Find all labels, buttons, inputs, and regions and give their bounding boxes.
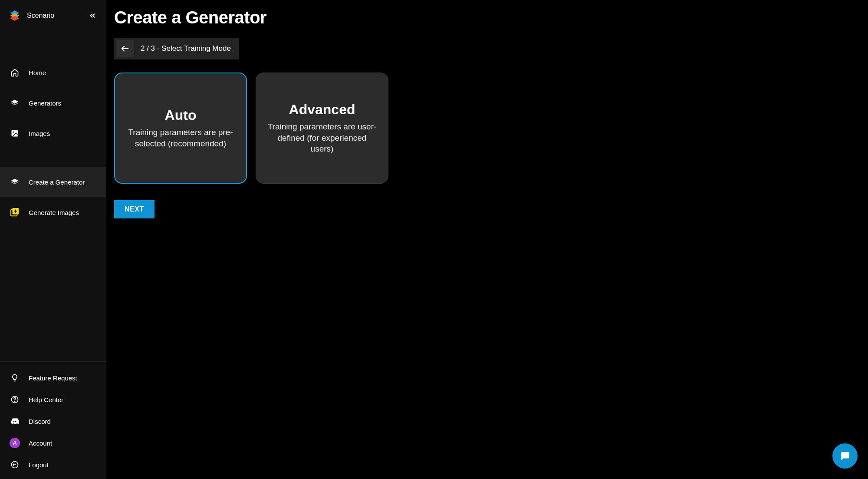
- training-mode-card-auto[interactable]: Auto Training parameters are pre-selecte…: [114, 73, 247, 184]
- card-description: Training parameters are pre-selected (re…: [126, 127, 235, 149]
- chevron-double-left-icon: [89, 12, 96, 20]
- home-icon: [10, 67, 20, 78]
- layers-icon: [10, 98, 20, 108]
- image-icon: [10, 128, 20, 139]
- sidebar-item-label: Generators: [29, 99, 61, 107]
- sidebar-item-account[interactable]: A Account: [0, 432, 106, 454]
- step-label: 2 / 3 - Select Training Mode: [141, 44, 231, 53]
- discord-icon: [10, 416, 20, 426]
- sidebar-collapse-button[interactable]: [87, 10, 98, 21]
- avatar: A: [10, 438, 20, 448]
- sidebar-nav-bottom: Feature Request Help Center Discord A Ac…: [0, 361, 106, 479]
- sidebar-item-label: Generate Images: [29, 209, 79, 216]
- card-description: Training parameters are user-defined (fo…: [267, 121, 377, 155]
- step-back-button[interactable]: [116, 40, 134, 57]
- sidebar-item-label: Logout: [29, 461, 49, 469]
- layers-icon: [10, 177, 20, 187]
- sidebar-item-label: Discord: [29, 418, 51, 425]
- training-mode-cards: Auto Training parameters are pre-selecte…: [114, 73, 860, 184]
- add-image-icon: [10, 207, 20, 218]
- card-title: Advanced: [289, 102, 355, 118]
- sidebar-item-logout[interactable]: Logout: [0, 454, 106, 476]
- training-mode-card-advanced[interactable]: Advanced Training parameters are user-de…: [256, 73, 388, 184]
- sidebar-item-label: Create a Generator: [29, 178, 85, 186]
- page-title: Create a Generator: [114, 8, 860, 27]
- avatar-initial: A: [13, 440, 17, 446]
- sidebar-item-label: Account: [29, 439, 52, 447]
- brand-logo-icon: [8, 9, 22, 23]
- sidebar-item-home[interactable]: Home: [0, 57, 106, 88]
- sidebar-item-label: Images: [29, 130, 50, 137]
- card-title: Auto: [165, 107, 197, 123]
- help-circle-icon: [10, 394, 20, 405]
- main-content: Create a Generator 2 / 3 - Select Traini…: [106, 0, 868, 479]
- sidebar-item-label: Help Center: [29, 396, 63, 403]
- arrow-left-icon: [120, 44, 130, 53]
- svg-point-6: [13, 132, 14, 133]
- sidebar-item-label: Feature Request: [29, 374, 77, 382]
- logout-icon: [10, 459, 20, 470]
- sidebar: Scenario Home Generators: [0, 0, 106, 479]
- sidebar-item-discord[interactable]: Discord: [0, 410, 106, 432]
- sidebar-nav-primary: Home Generators Images Create a Generato…: [0, 31, 106, 228]
- brand-name: Scenario: [27, 12, 82, 20]
- app-root: Scenario Home Generators: [0, 0, 868, 479]
- sidebar-item-generators[interactable]: Generators: [0, 88, 106, 118]
- sidebar-header: Scenario: [0, 0, 106, 31]
- sidebar-item-create-generator[interactable]: Create a Generator: [0, 167, 106, 197]
- sidebar-item-generate-images[interactable]: Generate Images: [0, 197, 106, 228]
- sidebar-item-images[interactable]: Images: [0, 118, 106, 149]
- svg-rect-5: [12, 130, 18, 137]
- chat-icon: [839, 450, 851, 462]
- lightbulb-icon: [10, 373, 20, 383]
- sidebar-item-label: Home: [29, 69, 46, 76]
- next-button[interactable]: NEXT: [114, 200, 155, 218]
- svg-point-14: [14, 401, 15, 402]
- chat-fab-button[interactable]: [832, 443, 858, 469]
- sidebar-item-feature-request[interactable]: Feature Request: [0, 367, 106, 389]
- sidebar-item-help-center[interactable]: Help Center: [0, 389, 106, 410]
- step-indicator-bar: 2 / 3 - Select Training Mode: [114, 38, 239, 59]
